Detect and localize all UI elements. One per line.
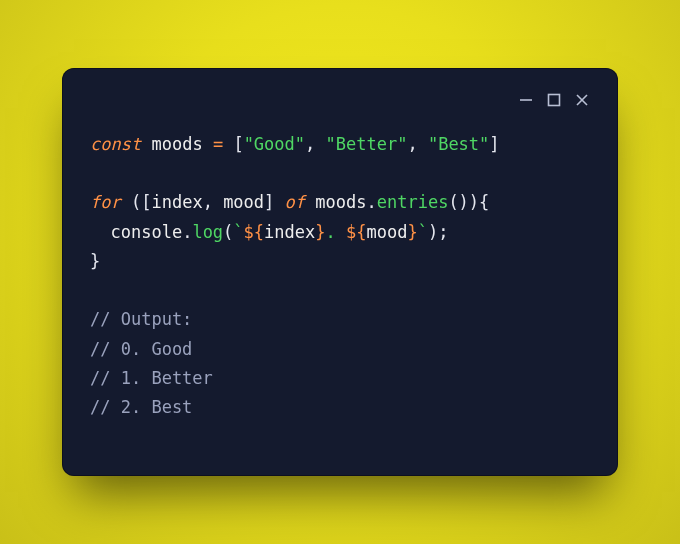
paren-open: ( (121, 192, 141, 212)
comment-output-line: // 2. Best (90, 397, 192, 417)
brace-open: { (479, 192, 489, 212)
dot: . (366, 192, 376, 212)
bracket-open: [ (141, 192, 151, 212)
call-parens: () (448, 192, 468, 212)
indent (90, 222, 110, 242)
comma: , (305, 134, 325, 154)
brace-close: } (90, 251, 100, 271)
code-block: const moods = ["Good", "Better", "Best"]… (90, 130, 590, 422)
code-window: const moods = ["Good", "Better", "Best"]… (62, 68, 618, 476)
identifier-index: index (151, 192, 202, 212)
identifier-moods: moods (315, 192, 366, 212)
maximize-icon[interactable] (546, 92, 562, 108)
interp-close: } (315, 222, 325, 242)
bracket-close: ] (264, 192, 274, 212)
window-titlebar (90, 88, 590, 112)
interp-index: index (264, 222, 315, 242)
method-entries: entries (377, 192, 449, 212)
comma: , (203, 192, 223, 212)
backtick-open: ` (233, 222, 243, 242)
paren-close: ) (469, 192, 479, 212)
string-best: "Best" (428, 134, 489, 154)
close-icon[interactable] (574, 92, 590, 108)
keyword-const: const (90, 134, 141, 154)
backtick-close: ` (418, 222, 428, 242)
template-text: . (326, 222, 346, 242)
comment-output-line: // 1. Better (90, 368, 213, 388)
paren-close-semi: ); (428, 222, 448, 242)
operator-equals: = (213, 134, 223, 154)
dot: . (182, 222, 192, 242)
interp-open: ${ (346, 222, 366, 242)
identifier-moods: moods (151, 134, 202, 154)
minimize-icon[interactable] (518, 92, 534, 108)
keyword-of: of (274, 192, 315, 212)
string-good: "Good" (244, 134, 305, 154)
comment-output-line: // 0. Good (90, 339, 192, 359)
comma: , (407, 134, 427, 154)
interp-close: } (407, 222, 417, 242)
paren-open: ( (223, 222, 233, 242)
comment-output-label: // Output: (90, 309, 192, 329)
identifier-mood: mood (223, 192, 264, 212)
interp-open: ${ (244, 222, 264, 242)
keyword-for: for (90, 192, 121, 212)
method-log: log (192, 222, 223, 242)
identifier-console: console (110, 222, 182, 242)
interp-mood: mood (367, 222, 408, 242)
svg-rect-1 (549, 95, 560, 106)
string-better: "Better" (326, 134, 408, 154)
bracket-close: ] (489, 134, 499, 154)
bracket-open: [ (233, 134, 243, 154)
